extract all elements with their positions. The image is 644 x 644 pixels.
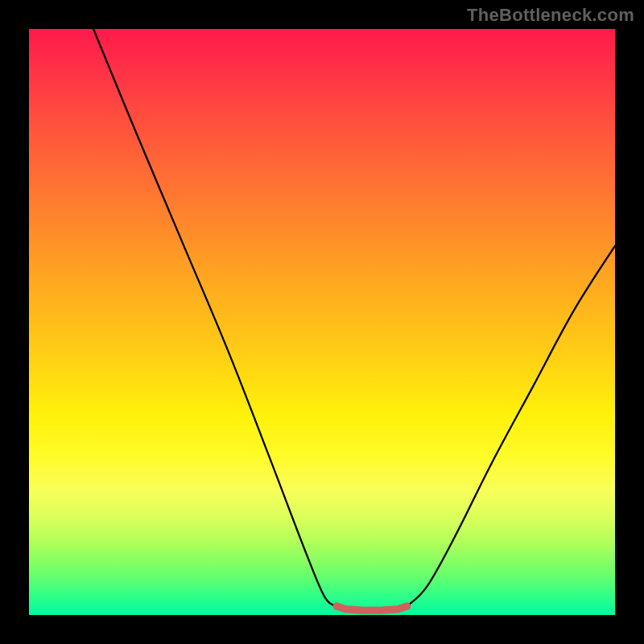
right-ascending-curve <box>407 246 615 606</box>
svg-point-24 <box>403 602 411 610</box>
curve-layer <box>29 29 615 615</box>
left-descending-curve <box>93 29 336 606</box>
plot-area <box>29 29 615 615</box>
valley-floor-dotted <box>332 602 411 614</box>
watermark-text: TheBottleneck.com <box>467 5 634 26</box>
chart-frame: TheBottleneck.com <box>0 0 644 644</box>
